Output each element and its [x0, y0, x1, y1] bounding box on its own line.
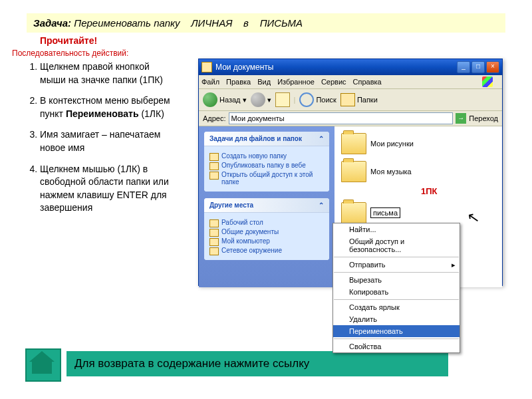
address-label: Адрес:	[203, 114, 226, 122]
ctx-delete[interactable]: Удалить	[333, 313, 460, 325]
task-to: ПИСЬМА	[260, 17, 303, 29]
folders-button[interactable]: Папки	[340, 93, 378, 106]
ctx-properties[interactable]: Свойства	[333, 340, 460, 352]
menu-edit[interactable]: Правка	[226, 78, 251, 86]
places-header: Другие места	[209, 201, 253, 209]
go-label[interactable]: Переход	[469, 114, 498, 122]
back-button[interactable]: Назад ▾	[203, 92, 247, 107]
titlebar[interactable]: Мои документы _ □ ×	[199, 59, 502, 75]
ctx-find[interactable]: Найти...	[333, 223, 460, 235]
task-from: ЛИЧНАЯ	[191, 17, 232, 29]
folder-my-pictures[interactable]: Мои рисунки	[341, 133, 495, 154]
menu-file[interactable]: Файл	[201, 78, 219, 86]
folder-icon	[341, 202, 366, 223]
read-hint: Прочитайте!	[40, 35, 532, 46]
forward-button[interactable]: ▾	[251, 92, 271, 107]
side-panel: Задачи для файлов и папок⌃ Создать новую…	[199, 126, 334, 287]
tasks-panel: Задачи для файлов и папок⌃ Создать новую…	[204, 132, 329, 192]
windows-logo-icon	[482, 76, 493, 87]
folder-my-music[interactable]: Моя музыка	[341, 161, 495, 182]
separator	[334, 299, 459, 300]
go-button[interactable]: →	[456, 113, 466, 124]
annotation-1pk: 1ПК	[421, 186, 438, 196]
folder-icon	[341, 133, 366, 154]
step-2: В контекстном меню выберем пункт Переиме…	[40, 94, 173, 120]
ctx-create-shortcut[interactable]: Создать ярлык	[333, 301, 460, 313]
up-button[interactable]	[275, 92, 290, 107]
toolbar: Назад ▾ ▾ | Поиск Папки	[199, 89, 502, 111]
tasks-header: Задачи для файлов и папок	[209, 135, 302, 142]
folder-icon	[340, 93, 355, 106]
place-network[interactable]: Сетевое окружение	[209, 247, 324, 254]
menu-help[interactable]: Справка	[353, 78, 382, 86]
steps-list: Щелкнем правой кнопкой мыши на значке па…	[27, 61, 173, 215]
window-title: Мои документы	[215, 63, 273, 72]
sequence-label: Последовательность действий:	[12, 49, 532, 58]
close-button[interactable]: ×	[486, 61, 499, 73]
menu-tools[interactable]: Сервис	[321, 78, 346, 86]
folder-icon	[341, 161, 366, 182]
step-4: Щелкнем мышью (1ЛК) в свободной области …	[40, 163, 173, 215]
menu-view[interactable]: Вид	[257, 78, 271, 86]
task-link-new-folder[interactable]: Создать новую папку	[209, 152, 324, 160]
task-mid: в	[243, 17, 249, 29]
back-icon	[203, 92, 217, 107]
search-button[interactable]: Поиск	[299, 92, 336, 107]
ctx-rename[interactable]: Переименовать	[333, 325, 460, 337]
ctx-copy[interactable]: Копировать	[333, 286, 460, 298]
step-1: Щелкнем правой кнопкой мыши на значке па…	[40, 61, 173, 86]
forward-icon	[251, 92, 265, 107]
menu-favorites[interactable]: Избранное	[277, 78, 315, 86]
footer-link[interactable]: Для возврата в содержание нажмите ссылку	[66, 351, 448, 376]
home-button[interactable]	[25, 348, 61, 382]
place-desktop[interactable]: Рабочий стол	[209, 219, 324, 226]
step-3: Имя замигает – напечатаем новое имя	[40, 128, 173, 154]
task-text: Переименовать папку	[74, 17, 180, 29]
task-banner: Задача: Переименовать папку ЛИЧНАЯ в ПИС…	[27, 13, 505, 33]
task-label: Задача:	[33, 17, 71, 29]
places-panel: Другие места⌃ Рабочий стол Общие докумен…	[204, 198, 329, 260]
address-bar: Адрес: → Переход	[199, 111, 502, 126]
context-menu: Найти... Общий доступ и безопасность... …	[332, 223, 460, 353]
search-icon	[299, 92, 314, 107]
place-my-computer[interactable]: Мой компьютер	[209, 237, 324, 245]
collapse-icon[interactable]: ⌃	[319, 201, 324, 209]
place-shared-docs[interactable]: Общие документы	[209, 228, 324, 235]
separator	[334, 257, 459, 257]
task-link-publish[interactable]: Опубликовать папку в вебе	[209, 162, 324, 169]
ctx-cut[interactable]: Вырезать	[333, 274, 460, 286]
separator	[334, 338, 459, 339]
collapse-icon[interactable]: ⌃	[319, 135, 324, 142]
task-link-share[interactable]: Открыть общий доступ к этой папке	[209, 171, 324, 186]
separator	[334, 272, 459, 273]
rename-input[interactable]: письма	[370, 207, 400, 218]
ctx-sharing[interactable]: Общий доступ и безопасность...	[333, 235, 460, 255]
ctx-send-to[interactable]: Отправить	[333, 259, 460, 271]
minimize-button[interactable]: _	[457, 61, 470, 73]
maximize-button[interactable]: □	[471, 61, 485, 73]
folder-icon	[201, 62, 212, 72]
address-input[interactable]	[229, 112, 454, 124]
menubar: Файл Правка Вид Избранное Сервис Справка	[199, 75, 502, 89]
